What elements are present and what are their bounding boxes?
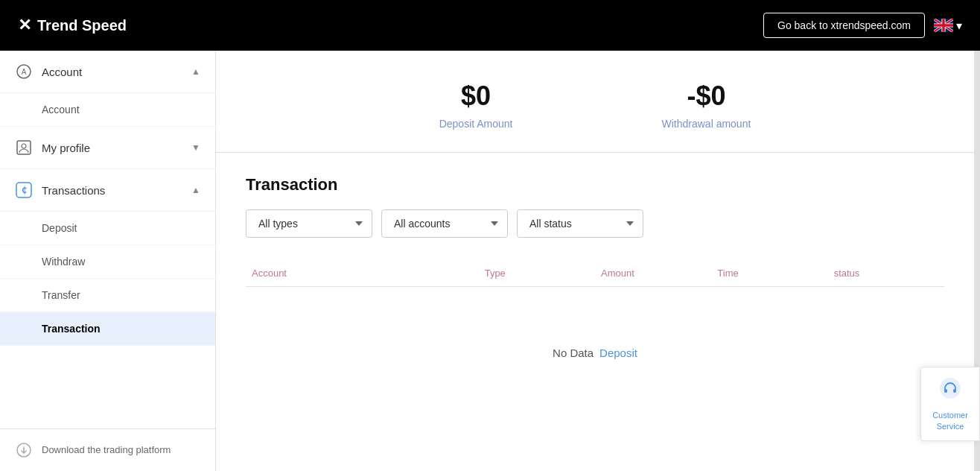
transactions-chevron-up-icon: ▲	[191, 185, 200, 195]
table-col-type: Type	[479, 268, 595, 279]
sidebar-sub-withdraw-label: Withdraw	[42, 256, 85, 268]
sidebar-item-account-left: A Account	[15, 63, 82, 80]
sidebar-sub-transaction-label: Transaction	[42, 323, 101, 335]
transactions-icon: ₵	[15, 181, 33, 199]
language-selector[interactable]: ▾	[934, 19, 962, 33]
summary-area: $0 Deposit Amount -$0 Withdrawal amount	[216, 51, 974, 153]
table-col-time: Time	[711, 268, 827, 279]
deposit-label: Deposit Amount	[439, 118, 513, 130]
sidebar-sub-item-transfer[interactable]: Transfer	[0, 279, 215, 312]
profile-chevron-down-icon: ▼	[191, 142, 200, 153]
table-col-amount: Amount	[595, 268, 711, 279]
customer-service-widget[interactable]: Customer Service	[920, 367, 980, 441]
uk-flag-icon	[934, 19, 953, 32]
download-platform-item[interactable]: Download the trading platform	[0, 429, 215, 471]
table-header: Account Type Amount Time status	[246, 260, 944, 287]
table-col-status: status	[828, 268, 944, 279]
logo: ✕ Trend Speed	[18, 16, 127, 35]
sidebar-item-profile-left: My profile	[15, 139, 90, 157]
main-layout: A Account ▲ Account My prof	[0, 51, 980, 471]
sidebar-item-account-label: Account	[42, 66, 82, 78]
sidebar-sub-item-deposit[interactable]: Deposit	[0, 212, 215, 245]
sidebar-item-transactions-label: Transactions	[42, 184, 105, 197]
svg-rect-9	[944, 389, 947, 393]
account-filter-select[interactable]: All accounts	[381, 209, 508, 238]
sidebar-sub-item-account[interactable]: Account	[0, 93, 215, 127]
withdrawal-value: -$0	[662, 80, 751, 112]
header-right: Go back to xtrendspeed.com ▾	[763, 13, 962, 38]
sidebar-item-account-parent[interactable]: A Account ▲	[0, 51, 215, 93]
profile-icon	[15, 139, 33, 157]
back-to-site-button[interactable]: Go back to xtrendspeed.com	[763, 13, 925, 38]
sidebar-item-transactions-left: ₵ Transactions	[15, 181, 105, 199]
filters-row: All types Deposit Withdraw Transfer All …	[246, 209, 944, 238]
no-data-area: No Data Deposit	[246, 287, 944, 389]
download-platform-label: Download the trading platform	[42, 443, 171, 457]
sidebar-sub-item-withdraw[interactable]: Withdraw	[0, 245, 215, 279]
account-chevron-up-icon: ▲	[191, 66, 200, 77]
logo-x-icon: ✕	[18, 16, 31, 35]
download-icon	[15, 441, 33, 459]
deposit-value: $0	[439, 80, 513, 112]
logo-text: Trend Speed	[37, 17, 127, 34]
type-filter-select[interactable]: All types Deposit Withdraw Transfer	[246, 209, 372, 238]
transaction-section: Transaction All types Deposit Withdraw T…	[216, 153, 974, 411]
deposit-summary: $0 Deposit Amount	[439, 80, 513, 130]
svg-point-4	[22, 144, 26, 148]
svg-point-8	[940, 378, 961, 399]
sidebar-sub-item-transaction[interactable]: Transaction	[0, 312, 215, 346]
svg-text:₵: ₵	[22, 186, 27, 195]
sidebar-sub-transfer-label: Transfer	[42, 289, 80, 301]
customer-service-label: Customer Service	[927, 410, 973, 432]
headset-icon	[938, 376, 962, 405]
sidebar-bottom: Download the trading platform	[0, 429, 215, 471]
sidebar-sub-deposit-label: Deposit	[42, 222, 77, 234]
svg-rect-10	[953, 389, 956, 393]
main-content: $0 Deposit Amount -$0 Withdrawal amount …	[216, 51, 974, 471]
table-col-account: Account	[246, 268, 479, 279]
header: ✕ Trend Speed Go back to xtrendspeed.com…	[0, 0, 980, 51]
no-data-text: No Data	[553, 347, 594, 359]
sidebar: A Account ▲ Account My prof	[0, 51, 216, 471]
sidebar-sub-account-label: Account	[42, 104, 80, 116]
sidebar-item-profile-label: My profile	[42, 142, 90, 154]
svg-text:A: A	[22, 68, 27, 76]
sidebar-item-my-profile[interactable]: My profile ▼	[0, 127, 215, 169]
deposit-link[interactable]: Deposit	[599, 347, 637, 359]
account-icon: A	[15, 63, 33, 80]
sidebar-item-transactions[interactable]: ₵ Transactions ▲	[0, 169, 215, 212]
transaction-section-title: Transaction	[246, 175, 944, 195]
status-filter-select[interactable]: All status Pending Completed Rejected	[517, 209, 643, 238]
withdrawal-label: Withdrawal amount	[662, 118, 751, 130]
chevron-down-icon: ▾	[956, 19, 962, 33]
withdrawal-summary: -$0 Withdrawal amount	[662, 80, 751, 130]
